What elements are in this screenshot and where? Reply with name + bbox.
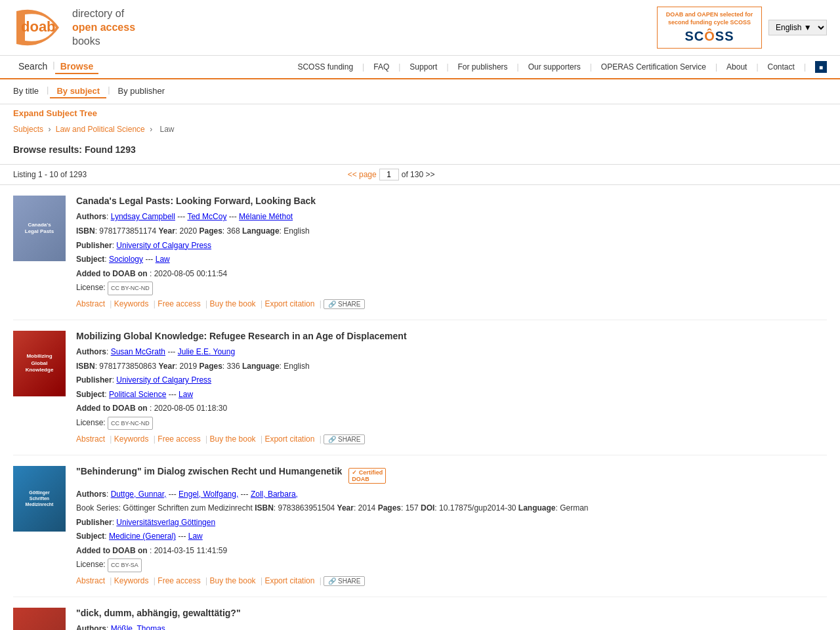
subnav-by-publisher[interactable]: By publisher	[112, 85, 172, 98]
author-link[interactable]: Julie E.E. Young	[178, 347, 235, 356]
scoss-badge: DOAB and OAPEN selected for second fundi…	[657, 7, 762, 49]
buy-link-2[interactable]: Buy the book	[210, 434, 256, 444]
breadcrumb-subjects[interactable]: Subjects	[13, 125, 43, 134]
author-link[interactable]: Engel, Wolfgang,	[178, 490, 238, 499]
book-links-3: Abstract | Keywords | Free access | Buy …	[76, 576, 827, 586]
book-authors-2: Authors: Susan McGrath --- Julie E.E. Yo…	[76, 345, 827, 360]
keywords-link-3[interactable]: Keywords	[114, 576, 149, 585]
book-links-1: Abstract | Keywords | Free access | Buy …	[76, 299, 827, 309]
book-series-3: Book Series: Göttinger Schriften zum Med…	[76, 501, 827, 516]
subject-link[interactable]: Law	[178, 390, 193, 399]
author-link[interactable]: Zoll, Barbara,	[251, 490, 298, 499]
expand-tree-section: Expand Subject Tree	[0, 104, 840, 122]
book-title-link-3[interactable]: "Behinderung" im Dialog zwischen Recht u…	[76, 466, 342, 476]
book-isbn-year-2: ISBN: 9781773850863 Year: 2019 Pages: 33…	[76, 360, 827, 374]
nav-scoss-funding[interactable]: SCOSS funding	[297, 62, 353, 72]
book-authors-1: Authors: Lyndsay Campbell --- Ted McCoy …	[76, 210, 827, 224]
publisher-link[interactable]: University of Calgary Press	[116, 375, 211, 385]
book-added-2: Added to DOAB on : 2020-08-05 01:18:30	[76, 402, 827, 416]
abstract-link-3[interactable]: Abstract	[76, 576, 105, 585]
share-btn-1[interactable]: 🔗 SHARE	[324, 299, 365, 309]
book-cover-1: Canada'sLegal Pasts	[13, 196, 66, 261]
author-link[interactable]: Ted McCoy	[187, 212, 226, 221]
export-link-2[interactable]: Export citation	[264, 434, 314, 444]
book-isbn-year-1: ISBN: 9781773851174 Year: 2020 Pages: 36…	[76, 224, 827, 239]
book-subject-1: Subject: Sociology --- Law	[76, 253, 827, 267]
nav-operas[interactable]: OPERAS Certification Service	[601, 62, 706, 72]
export-link-1[interactable]: Export citation	[264, 299, 314, 308]
book-item: GöttingerSchriftenMedizinrecht "Behinder…	[13, 455, 827, 598]
sub-nav: By title | By subject | By publisher	[0, 79, 840, 104]
nav-search-link[interactable]: Search	[13, 60, 52, 74]
author-link[interactable]: Mélanie Méthot	[239, 212, 293, 221]
author-link[interactable]: Susan McGrath	[111, 347, 165, 356]
logo-line1: directory of	[72, 7, 135, 21]
book-publisher-3: Publisher: Universitätsverlag Göttingen	[76, 516, 827, 530]
subject-link[interactable]: Sociology	[109, 255, 143, 264]
book-title-3: "Behinderung" im Dialog zwischen Recht u…	[76, 466, 827, 484]
prev-page-link[interactable]: << page	[348, 170, 377, 179]
abstract-link-1[interactable]: Abstract	[76, 299, 105, 308]
buy-link-1[interactable]: Buy the book	[210, 299, 256, 308]
book-meta-3: Authors: Duttge, Gunnar, --- Engel, Wolf…	[76, 488, 827, 573]
free-access-link-2[interactable]: Free access	[158, 434, 200, 444]
main-nav-left: Search | Browse	[13, 60, 98, 74]
book-license-1: License: CC BY-NC-ND	[76, 281, 827, 295]
book-authors-4: Authors: Mößle, Thomas	[76, 622, 827, 630]
publisher-link[interactable]: University of Calgary Press	[116, 241, 211, 250]
doab-logo[interactable]: doab	[13, 8, 66, 47]
breadcrumb-law: Law	[159, 125, 174, 134]
license-badge-3: CC BY-SA	[108, 558, 142, 572]
book-item: dick, dumm,abhängig,gewalttätig? "dick, …	[13, 597, 827, 630]
subject-link[interactable]: Medicine (General)	[109, 532, 176, 541]
subject-link[interactable]: Political Science	[109, 390, 166, 399]
buy-link-3[interactable]: Buy the book	[210, 576, 256, 585]
keywords-link-2[interactable]: Keywords	[114, 434, 149, 444]
subnav-by-subject[interactable]: By subject	[50, 85, 106, 98]
keywords-link-1[interactable]: Keywords	[114, 299, 149, 308]
book-publisher-2: Publisher: University of Calgary Press	[76, 373, 827, 388]
nav-contact[interactable]: Contact	[768, 62, 795, 72]
logo-area: doab directory of open access books	[13, 7, 135, 48]
page-input[interactable]	[379, 169, 399, 180]
nav-faq[interactable]: FAQ	[373, 62, 389, 72]
book-title-link-1[interactable]: Canada's Legal Pasts: Looking Forward, L…	[76, 196, 316, 206]
breadcrumb-arrow1: ›	[48, 125, 51, 134]
book-meta-1: Authors: Lyndsay Campbell --- Ted McCoy …	[76, 210, 827, 295]
book-added-3: Added to DOAB on : 2014-03-15 11:41:59	[76, 544, 827, 558]
export-link-3[interactable]: Export citation	[264, 576, 314, 585]
logo-line3: books	[72, 35, 135, 49]
publisher-link[interactable]: Universitätsverlag Göttingen	[116, 518, 215, 527]
free-access-link-3[interactable]: Free access	[158, 576, 200, 585]
abstract-link-2[interactable]: Abstract	[76, 434, 105, 444]
breadcrumb-law-political[interactable]: Law and Political Science	[56, 125, 145, 134]
book-added-1: Added to DOAB on : 2020-08-05 00:11:54	[76, 267, 827, 282]
nav-browse-link[interactable]: Browse	[55, 60, 99, 74]
book-info-3: "Behinderung" im Dialog zwischen Recht u…	[76, 466, 827, 587]
nav-about[interactable]: About	[726, 62, 747, 72]
book-title-link-4[interactable]: "dick, dumm, abhängig, gewalttätig?"	[76, 608, 241, 618]
subnav-by-title[interactable]: By title	[13, 85, 45, 98]
subject-link[interactable]: Law	[156, 255, 170, 264]
nav-icon[interactable]: ■	[815, 61, 827, 73]
book-title-link-2[interactable]: Mobilizing Global Knowledge: Refugee Res…	[76, 331, 407, 341]
language-select[interactable]: English ▼	[768, 20, 827, 35]
cover-image-1: Canada'sLegal Pasts	[13, 196, 66, 261]
share-btn-3[interactable]: 🔗 SHARE	[324, 576, 365, 586]
nav-supporters[interactable]: Our supporters	[528, 62, 581, 72]
book-title-4: "dick, dumm, abhängig, gewalttätig?"	[76, 608, 827, 618]
book-item: MobilizingGlobalKnowledge Mobilizing Glo…	[13, 320, 827, 455]
author-link[interactable]: Duttge, Gunnar,	[111, 490, 167, 499]
author-link[interactable]: Mößle, Thomas	[111, 624, 165, 630]
expand-tree-link[interactable]: Expand Subject Tree	[13, 108, 97, 118]
listing-count: Listing 1 - 10 of 1293	[13, 170, 87, 179]
author-link[interactable]: Lyndsay Campbell	[111, 212, 175, 221]
nav-support[interactable]: Support	[410, 62, 437, 72]
listing-header: Listing 1 - 10 of 1293 << page of 130 >>	[0, 164, 840, 185]
book-publisher-1: Publisher: University of Calgary Press	[76, 239, 827, 253]
share-btn-2[interactable]: 🔗 SHARE	[324, 434, 365, 444]
subject-link[interactable]: Law	[188, 532, 203, 541]
nav-publishers[interactable]: For publishers	[458, 62, 508, 72]
free-access-link-1[interactable]: Free access	[158, 299, 200, 308]
book-license-3: License: CC BY-SA	[76, 558, 827, 572]
